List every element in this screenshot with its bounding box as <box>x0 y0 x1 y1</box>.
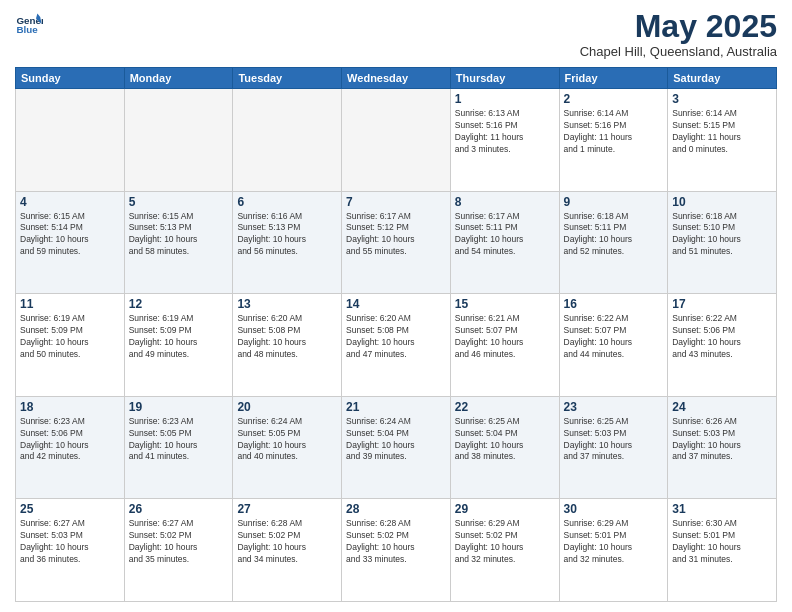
calendar-week-row: 4Sunrise: 6:15 AM Sunset: 5:14 PM Daylig… <box>16 191 777 294</box>
col-monday: Monday <box>124 68 233 89</box>
table-row: 30Sunrise: 6:29 AM Sunset: 5:01 PM Dayli… <box>559 499 668 602</box>
table-row: 28Sunrise: 6:28 AM Sunset: 5:02 PM Dayli… <box>342 499 451 602</box>
day-info: Sunrise: 6:27 AM Sunset: 5:02 PM Dayligh… <box>129 518 229 566</box>
table-row: 2Sunrise: 6:14 AM Sunset: 5:16 PM Daylig… <box>559 89 668 192</box>
day-info: Sunrise: 6:18 AM Sunset: 5:10 PM Dayligh… <box>672 211 772 259</box>
table-row: 17Sunrise: 6:22 AM Sunset: 5:06 PM Dayli… <box>668 294 777 397</box>
day-info: Sunrise: 6:27 AM Sunset: 5:03 PM Dayligh… <box>20 518 120 566</box>
day-number: 24 <box>672 400 772 414</box>
col-tuesday: Tuesday <box>233 68 342 89</box>
month-title: May 2025 <box>580 10 777 42</box>
day-info: Sunrise: 6:24 AM Sunset: 5:05 PM Dayligh… <box>237 416 337 464</box>
table-row: 8Sunrise: 6:17 AM Sunset: 5:11 PM Daylig… <box>450 191 559 294</box>
page: General Blue May 2025 Chapel Hill, Queen… <box>0 0 792 612</box>
day-number: 4 <box>20 195 120 209</box>
day-info: Sunrise: 6:19 AM Sunset: 5:09 PM Dayligh… <box>129 313 229 361</box>
day-number: 26 <box>129 502 229 516</box>
day-number: 10 <box>672 195 772 209</box>
logo-icon: General Blue <box>15 10 43 38</box>
day-number: 21 <box>346 400 446 414</box>
title-area: May 2025 Chapel Hill, Queensland, Austra… <box>580 10 777 59</box>
table-row: 31Sunrise: 6:30 AM Sunset: 5:01 PM Dayli… <box>668 499 777 602</box>
col-wednesday: Wednesday <box>342 68 451 89</box>
calendar-week-row: 18Sunrise: 6:23 AM Sunset: 5:06 PM Dayli… <box>16 396 777 499</box>
table-row: 1Sunrise: 6:13 AM Sunset: 5:16 PM Daylig… <box>450 89 559 192</box>
table-row: 21Sunrise: 6:24 AM Sunset: 5:04 PM Dayli… <box>342 396 451 499</box>
day-info: Sunrise: 6:22 AM Sunset: 5:07 PM Dayligh… <box>564 313 664 361</box>
day-info: Sunrise: 6:13 AM Sunset: 5:16 PM Dayligh… <box>455 108 555 156</box>
day-number: 16 <box>564 297 664 311</box>
table-row: 26Sunrise: 6:27 AM Sunset: 5:02 PM Dayli… <box>124 499 233 602</box>
day-info: Sunrise: 6:29 AM Sunset: 5:01 PM Dayligh… <box>564 518 664 566</box>
table-row: 10Sunrise: 6:18 AM Sunset: 5:10 PM Dayli… <box>668 191 777 294</box>
day-number: 31 <box>672 502 772 516</box>
table-row: 14Sunrise: 6:20 AM Sunset: 5:08 PM Dayli… <box>342 294 451 397</box>
day-info: Sunrise: 6:28 AM Sunset: 5:02 PM Dayligh… <box>346 518 446 566</box>
day-info: Sunrise: 6:25 AM Sunset: 5:04 PM Dayligh… <box>455 416 555 464</box>
day-number: 18 <box>20 400 120 414</box>
table-row: 13Sunrise: 6:20 AM Sunset: 5:08 PM Dayli… <box>233 294 342 397</box>
day-number: 7 <box>346 195 446 209</box>
table-row: 12Sunrise: 6:19 AM Sunset: 5:09 PM Dayli… <box>124 294 233 397</box>
logo: General Blue <box>15 10 43 38</box>
day-number: 5 <box>129 195 229 209</box>
day-info: Sunrise: 6:25 AM Sunset: 5:03 PM Dayligh… <box>564 416 664 464</box>
day-number: 22 <box>455 400 555 414</box>
day-info: Sunrise: 6:28 AM Sunset: 5:02 PM Dayligh… <box>237 518 337 566</box>
calendar-week-row: 11Sunrise: 6:19 AM Sunset: 5:09 PM Dayli… <box>16 294 777 397</box>
day-info: Sunrise: 6:15 AM Sunset: 5:13 PM Dayligh… <box>129 211 229 259</box>
table-row: 3Sunrise: 6:14 AM Sunset: 5:15 PM Daylig… <box>668 89 777 192</box>
table-row <box>124 89 233 192</box>
day-info: Sunrise: 6:16 AM Sunset: 5:13 PM Dayligh… <box>237 211 337 259</box>
calendar-week-row: 25Sunrise: 6:27 AM Sunset: 5:03 PM Dayli… <box>16 499 777 602</box>
table-row: 25Sunrise: 6:27 AM Sunset: 5:03 PM Dayli… <box>16 499 125 602</box>
day-info: Sunrise: 6:14 AM Sunset: 5:15 PM Dayligh… <box>672 108 772 156</box>
day-info: Sunrise: 6:20 AM Sunset: 5:08 PM Dayligh… <box>237 313 337 361</box>
svg-text:Blue: Blue <box>16 24 38 35</box>
day-info: Sunrise: 6:22 AM Sunset: 5:06 PM Dayligh… <box>672 313 772 361</box>
day-info: Sunrise: 6:26 AM Sunset: 5:03 PM Dayligh… <box>672 416 772 464</box>
table-row <box>233 89 342 192</box>
header: General Blue May 2025 Chapel Hill, Queen… <box>15 10 777 59</box>
table-row <box>342 89 451 192</box>
day-info: Sunrise: 6:15 AM Sunset: 5:14 PM Dayligh… <box>20 211 120 259</box>
day-number: 25 <box>20 502 120 516</box>
table-row <box>16 89 125 192</box>
table-row: 20Sunrise: 6:24 AM Sunset: 5:05 PM Dayli… <box>233 396 342 499</box>
day-info: Sunrise: 6:29 AM Sunset: 5:02 PM Dayligh… <box>455 518 555 566</box>
table-row: 5Sunrise: 6:15 AM Sunset: 5:13 PM Daylig… <box>124 191 233 294</box>
day-info: Sunrise: 6:19 AM Sunset: 5:09 PM Dayligh… <box>20 313 120 361</box>
calendar-week-row: 1Sunrise: 6:13 AM Sunset: 5:16 PM Daylig… <box>16 89 777 192</box>
day-info: Sunrise: 6:20 AM Sunset: 5:08 PM Dayligh… <box>346 313 446 361</box>
day-number: 13 <box>237 297 337 311</box>
day-number: 3 <box>672 92 772 106</box>
day-number: 9 <box>564 195 664 209</box>
table-row: 9Sunrise: 6:18 AM Sunset: 5:11 PM Daylig… <box>559 191 668 294</box>
day-info: Sunrise: 6:21 AM Sunset: 5:07 PM Dayligh… <box>455 313 555 361</box>
col-saturday: Saturday <box>668 68 777 89</box>
table-row: 22Sunrise: 6:25 AM Sunset: 5:04 PM Dayli… <box>450 396 559 499</box>
day-number: 11 <box>20 297 120 311</box>
table-row: 18Sunrise: 6:23 AM Sunset: 5:06 PM Dayli… <box>16 396 125 499</box>
table-row: 27Sunrise: 6:28 AM Sunset: 5:02 PM Dayli… <box>233 499 342 602</box>
day-number: 23 <box>564 400 664 414</box>
day-number: 20 <box>237 400 337 414</box>
day-number: 19 <box>129 400 229 414</box>
day-info: Sunrise: 6:23 AM Sunset: 5:05 PM Dayligh… <box>129 416 229 464</box>
table-row: 11Sunrise: 6:19 AM Sunset: 5:09 PM Dayli… <box>16 294 125 397</box>
table-row: 4Sunrise: 6:15 AM Sunset: 5:14 PM Daylig… <box>16 191 125 294</box>
location-title: Chapel Hill, Queensland, Australia <box>580 44 777 59</box>
day-info: Sunrise: 6:17 AM Sunset: 5:12 PM Dayligh… <box>346 211 446 259</box>
day-number: 14 <box>346 297 446 311</box>
day-number: 12 <box>129 297 229 311</box>
day-info: Sunrise: 6:30 AM Sunset: 5:01 PM Dayligh… <box>672 518 772 566</box>
table-row: 29Sunrise: 6:29 AM Sunset: 5:02 PM Dayli… <box>450 499 559 602</box>
table-row: 23Sunrise: 6:25 AM Sunset: 5:03 PM Dayli… <box>559 396 668 499</box>
table-row: 15Sunrise: 6:21 AM Sunset: 5:07 PM Dayli… <box>450 294 559 397</box>
day-number: 2 <box>564 92 664 106</box>
day-info: Sunrise: 6:14 AM Sunset: 5:16 PM Dayligh… <box>564 108 664 156</box>
day-number: 17 <box>672 297 772 311</box>
col-thursday: Thursday <box>450 68 559 89</box>
day-number: 6 <box>237 195 337 209</box>
calendar-table: Sunday Monday Tuesday Wednesday Thursday… <box>15 67 777 602</box>
